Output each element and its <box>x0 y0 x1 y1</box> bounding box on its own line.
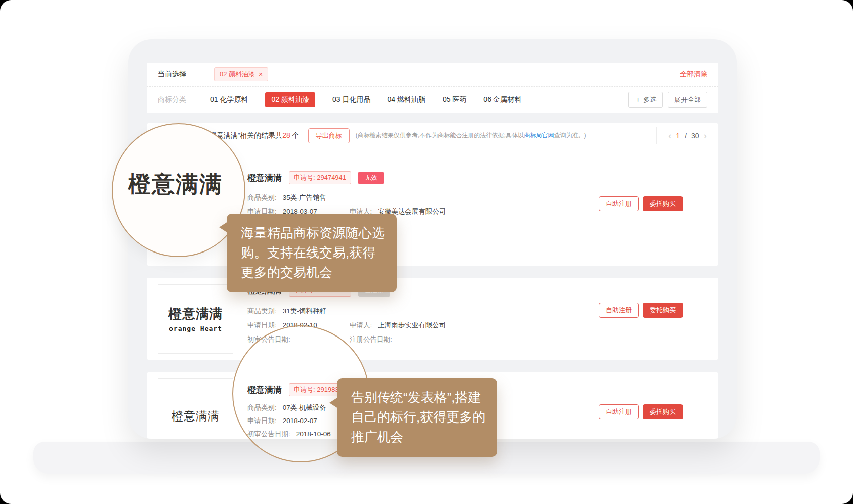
callout-line: 告别传统“发表格”,搭建 <box>351 388 485 407</box>
trademark-image-subtext: orange Heart <box>169 325 222 332</box>
disclaimer-text: (商标检索结果仅供参考,不作为商标能否注册的法律依据;具体以商标局官网查询为准。… <box>356 131 586 140</box>
magnified-trademark-text: 橙意满满 <box>128 169 223 199</box>
field-value: – <box>398 222 402 229</box>
category-tab-02-active[interactable]: 02 颜料油漆 <box>265 92 315 107</box>
row-actions: 自助注册 委托购买 <box>599 303 683 318</box>
field-label: 申请人: <box>350 321 372 329</box>
disclaimer-prefix: (商标检索结果仅供参考,不作为商标能否注册的法律依据;具体以 <box>356 132 524 139</box>
plus-icon: ＋ <box>635 95 641 104</box>
page-separator: / <box>685 132 687 140</box>
field-value: 上海雨步实业有限公司 <box>378 321 446 329</box>
category-tab-05[interactable]: 05 医药 <box>443 95 466 104</box>
results-header: 当前为您检索到“橙意满满”相关的结果共28 个 导出商标 (商标检索结果仅供参考… <box>147 123 718 148</box>
multi-select-label: 多选 <box>643 95 656 104</box>
field-value: 35类-广告销售 <box>283 194 326 201</box>
field-label: 商品类别: <box>247 307 277 315</box>
entrust-purchase-button[interactable]: 委托购买 <box>643 303 683 318</box>
callout-marketplace: 海量精品商标资源随心选 购。支持在线交易,获得 更多的交易机会 <box>227 214 397 292</box>
trademark-image[interactable]: 橙意满满 orange Heart <box>158 284 233 354</box>
category-tab-03[interactable]: 03 日化用品 <box>332 95 370 104</box>
self-register-button[interactable]: 自助注册 <box>599 196 639 211</box>
disclaimer-suffix: 查询为准。) <box>554 132 586 139</box>
selected-filter-tag-label: 02 颜料油漆 <box>220 70 255 79</box>
category-tab-06[interactable]: 06 金属材料 <box>483 95 521 104</box>
next-page-icon[interactable]: › <box>704 131 707 140</box>
multi-select-button[interactable]: ＋ 多选 <box>628 92 663 108</box>
callout-line: 购。支持在线交易,获得 <box>241 243 385 263</box>
field-value: 31类-饲料种籽 <box>283 307 326 315</box>
category-tab-01[interactable]: 01 化学原料 <box>210 95 248 104</box>
export-trademarks-button[interactable]: 导出商标 <box>308 128 350 143</box>
self-register-button[interactable]: 自助注册 <box>599 404 639 419</box>
current-selection-bar: 当前选择 02 颜料油漆 × 全部清除 <box>147 63 718 87</box>
trademark-image-text: 橙意满满 <box>168 305 223 323</box>
current-page: 1 <box>676 132 680 140</box>
results-count: 28 <box>282 131 290 139</box>
summary-suffix: 个 <box>290 131 299 139</box>
category-bar: 商标分类 01 化学原料 02 颜料油漆 03 日化用品 04 燃料油脂 05 … <box>147 87 718 113</box>
self-register-button[interactable]: 自助注册 <box>599 303 639 318</box>
expand-all-button[interactable]: 展开全部 <box>668 92 707 108</box>
detail-line: 商品类别:31类-饲料种籽 <box>247 307 326 316</box>
row-actions: 自助注册 委托购买 <box>599 196 683 211</box>
application-number-tag: 申请号: 29474941 <box>289 171 351 184</box>
remove-tag-icon[interactable]: × <box>259 71 263 78</box>
clear-all-button[interactable]: 全部清除 <box>680 70 707 79</box>
callout-arrow-icon <box>329 397 338 408</box>
entrust-purchase-button[interactable]: 委托购买 <box>643 196 683 211</box>
callout-line: 推广机会 <box>351 427 485 447</box>
callout-line: 更多的交易机会 <box>241 263 385 282</box>
trademark-name: 橙意满满 <box>247 172 282 184</box>
filter-panel: 当前选择 02 颜料油漆 × 全部清除 商标分类 01 化学原料 02 颜料油漆… <box>147 63 718 113</box>
field-label: 商品类别: <box>247 194 277 201</box>
detail-line: 商品类别:35类-广告销售 <box>247 193 326 202</box>
status-badge: 无效 <box>358 172 384 184</box>
pagination: ‹ 1 / 30 › <box>656 127 718 144</box>
category-bar-label: 商标分类 <box>158 95 186 104</box>
total-pages: 30 <box>691 132 699 140</box>
trademark-image[interactable]: 橙意满满 <box>158 378 233 439</box>
field-label: 申请日期: <box>247 321 277 329</box>
current-selection-label: 当前选择 <box>158 70 186 79</box>
callout-arrow-icon <box>219 222 228 233</box>
row-actions: 自助注册 委托购买 <box>599 404 683 419</box>
callout-line: 海量精品商标资源随心选 <box>241 223 385 243</box>
magnifier-circle-1: 橙意满满 <box>112 123 245 257</box>
trademark-title-row: 橙意满满 申请号: 29474941 无效 <box>247 171 384 184</box>
callout-line: 自己的标行,获得更多的 <box>351 407 485 427</box>
field-label: 注册公告日期: <box>350 335 392 343</box>
trademark-image-text: 橙意满满 <box>172 408 220 424</box>
callout-promotion: 告别传统“发表格”,搭建 自己的标行,获得更多的 推广机会 <box>337 378 497 457</box>
page-canvas: 当前选择 02 颜料油漆 × 全部清除 商标分类 01 化学原料 02 颜料油漆… <box>0 0 853 504</box>
prev-page-icon[interactable]: ‹ <box>668 131 671 140</box>
selected-filter-tag[interactable]: 02 颜料油漆 × <box>214 67 268 81</box>
category-tab-04[interactable]: 04 燃料油脂 <box>387 95 425 104</box>
trademark-office-link[interactable]: 商标局官网 <box>524 132 554 139</box>
field-value: – <box>398 335 402 343</box>
entrust-purchase-button[interactable]: 委托购买 <box>643 404 683 419</box>
